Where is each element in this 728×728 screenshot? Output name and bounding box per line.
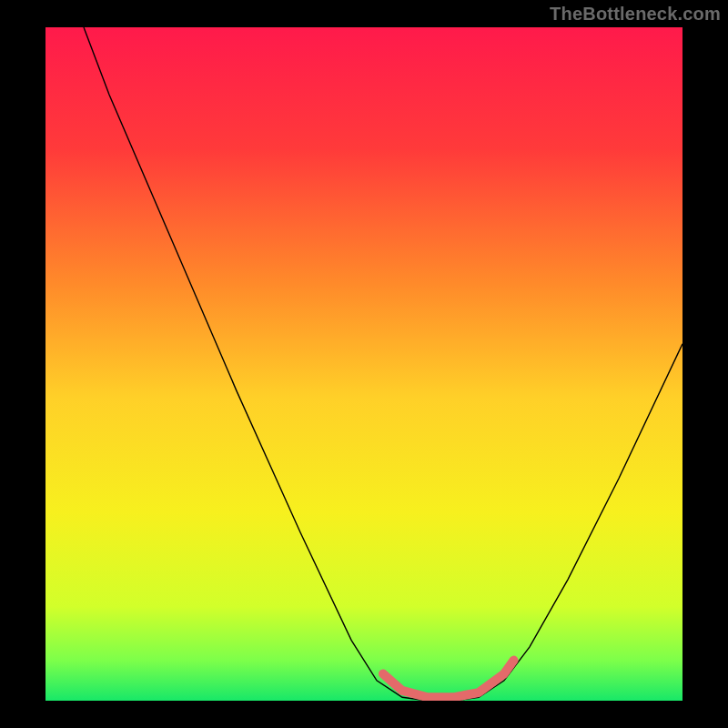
gradient-background [46,27,682,701]
plot-area [46,27,682,701]
chart-svg [46,27,682,701]
attribution-text: TheBottleneck.com [550,4,721,25]
chart-frame: TheBottleneck.com [0,0,728,728]
